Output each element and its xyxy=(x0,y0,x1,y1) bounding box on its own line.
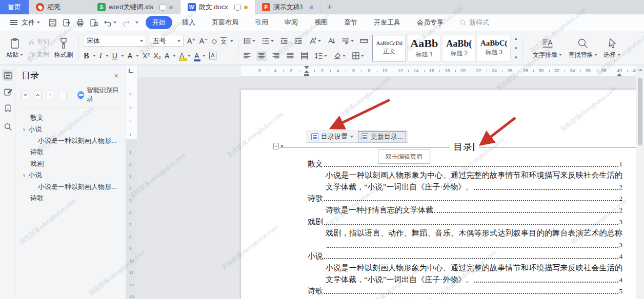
right-indent-marker[interactable] xyxy=(617,72,622,76)
toc-tree-item[interactable]: 诗歌 xyxy=(15,193,126,204)
font-size-combobox[interactable]: 五号 xyxy=(150,35,184,47)
underline-button[interactable]: U xyxy=(112,52,117,60)
tab-stop-selector[interactable] xyxy=(129,69,133,73)
styles-down-icon[interactable]: ▼ xyxy=(514,46,518,51)
print-preview-button[interactable] xyxy=(90,18,98,27)
toc-entry-row[interactable]: 小说是一种以刻画人物形象为中心、通过完整的故事情节和环境描写来反映社会生活的 xyxy=(308,169,622,181)
pinyin-dropdown-icon[interactable] xyxy=(230,40,233,42)
text-effects-button[interactable] xyxy=(308,36,322,46)
new-style-search[interactable]: 新样式 xyxy=(459,18,489,27)
home-tab[interactable]: 首页 xyxy=(0,0,29,14)
style-card-标题 1[interactable]: AaBb标题 1 xyxy=(407,35,441,61)
toc-entry-row[interactable]: 小说是一种以刻画人物形象为中心、通过完整的故事情节和环境描写来反映社会生活的 xyxy=(308,261,622,273)
select-button[interactable]: 选择 xyxy=(600,33,623,63)
toc-tree-item[interactable]: ∨小说 xyxy=(15,123,126,135)
font-color-button-dropdown-icon[interactable] xyxy=(203,55,206,57)
toc-next-button[interactable] xyxy=(22,91,29,99)
ribbon-tab-审阅[interactable]: 审阅 xyxy=(278,16,305,29)
toc-settings-button[interactable]: 目录设置 xyxy=(309,132,356,142)
save-button[interactable] xyxy=(48,18,57,27)
shading-button[interactable] xyxy=(332,51,347,61)
subscript-button[interactable]: X₂ xyxy=(153,52,161,60)
change-case-button[interactable]: A xyxy=(165,52,169,60)
styles-up-icon[interactable]: ▲ xyxy=(514,36,518,41)
ribbon-tab-开发工具[interactable]: 开发工具 xyxy=(367,16,407,29)
hanging-indent-marker[interactable] xyxy=(304,70,309,73)
decrease-indent-button[interactable] xyxy=(279,36,289,46)
cut-button[interactable]: 剪切 xyxy=(28,37,49,46)
copy-button[interactable]: 复制 xyxy=(28,50,49,59)
toc-entry-row[interactable]: 戏剧，指以语言、动作、舞蹈、音乐、木偶等形式达到叙事目的的舞台表演艺术的总称 xyxy=(308,227,622,239)
undo-dropdown-icon[interactable] xyxy=(113,22,116,24)
superscript-button[interactable]: X² xyxy=(143,52,150,60)
toc-pane-icon[interactable] xyxy=(2,70,13,81)
align-center-button[interactable] xyxy=(256,51,267,61)
toc-tree-item[interactable]: 小说是一种以刻画人物形... xyxy=(15,135,126,146)
highlight-button-dropdown-icon[interactable] xyxy=(188,55,191,57)
style-card-标题 2[interactable]: AaBb(标题 2 xyxy=(442,35,476,61)
toc-tree-item[interactable]: 小说是一种以刻画人物形... xyxy=(15,181,126,192)
toc-field-button[interactable] xyxy=(273,143,284,150)
ribbon-tab-会员专享[interactable]: 会员专享 xyxy=(410,16,450,29)
bookmark-pane-icon[interactable] xyxy=(2,102,13,114)
text-layout-button[interactable]: 文字排版 xyxy=(530,33,565,63)
vertical-scrollbar[interactable] xyxy=(636,66,644,299)
numbered-list-button[interactable] xyxy=(260,36,275,46)
file-menu-button[interactable]: 文件 xyxy=(5,16,43,29)
increase-indent-button[interactable] xyxy=(293,36,304,46)
line-spacing-button[interactable] xyxy=(314,51,328,61)
close-sidebar-icon[interactable]: × xyxy=(112,71,120,80)
toc-entry-row[interactable]: 3 xyxy=(308,238,622,250)
change-case-button-dropdown-icon[interactable] xyxy=(173,55,176,57)
search-pane-icon[interactable] xyxy=(2,121,13,132)
redo-button[interactable] xyxy=(122,18,130,27)
highlight-button[interactable]: A xyxy=(179,52,184,59)
toc-entry-row[interactable]: 诗歌2 xyxy=(308,192,622,204)
scrollbar-thumb[interactable] xyxy=(638,78,642,145)
italic-button-dropdown-icon[interactable] xyxy=(106,55,109,57)
bold-button-dropdown-icon[interactable] xyxy=(93,55,96,57)
toc-entry-row[interactable]: 文学体裁，“小说”一词出自《庄子·外物》。2 xyxy=(308,180,622,192)
undo-button[interactable] xyxy=(104,18,116,27)
ribbon-tab-开始[interactable]: 开始 xyxy=(146,16,172,29)
toc-entry-row[interactable]: 散文1 xyxy=(308,157,622,169)
toc-tree-item[interactable]: ∨小说 xyxy=(15,169,126,181)
document-tab-3[interactable]: W散文.docx xyxy=(180,0,255,14)
bold-button[interactable]: B xyxy=(84,51,89,60)
ribbon-tab-视图[interactable]: 视图 xyxy=(308,16,334,29)
review-pane-icon[interactable] xyxy=(2,86,13,97)
update-toc-button[interactable]: 更新目录... xyxy=(358,131,406,142)
wrap-button[interactable] xyxy=(340,36,355,46)
document-tab-2[interactable]: Sword关键词.xls xyxy=(90,0,180,14)
ribbon-tab-章节[interactable]: 章节 xyxy=(337,16,364,29)
tree-chevron-icon[interactable]: ∨ xyxy=(23,173,26,178)
customize-quickbar-icon[interactable] xyxy=(135,22,138,24)
font-name-combobox[interactable]: 宋体 xyxy=(84,35,146,47)
export-button[interactable] xyxy=(62,18,71,27)
shrink-font-button[interactable]: A⁻ xyxy=(199,37,208,45)
underline-button-dropdown-icon[interactable] xyxy=(121,55,124,57)
smart-toc-button[interactable]: 智能识别目录 xyxy=(77,86,120,103)
toc-tree-item[interactable]: 诗歌 xyxy=(15,146,126,158)
toc-entry-row[interactable]: 诗歌是一种抒情言志的文学体裁2 xyxy=(308,203,622,215)
bullet-list-button[interactable] xyxy=(242,36,256,46)
justify-button[interactable] xyxy=(285,51,295,61)
character-scale-button[interactable] xyxy=(326,36,336,46)
distribute-button[interactable] xyxy=(299,51,310,61)
paste-dropdown-icon[interactable] xyxy=(20,54,23,56)
clear-format-button[interactable]: ◇ xyxy=(211,37,217,45)
document-tab-4[interactable]: P演示文稿1 xyxy=(255,0,321,14)
indent-markers[interactable] xyxy=(303,66,310,76)
character-border-button[interactable]: A xyxy=(209,52,216,59)
find-replace-button[interactable]: 查找替换 xyxy=(565,33,600,63)
toc-prev-button[interactable] xyxy=(34,91,42,99)
toc-entry-row[interactable]: 诗歌是一种抒情言志的文学体裁 xyxy=(308,296,622,299)
pinyin-guide-button[interactable]: 文 xyxy=(220,37,227,45)
toc-entry-row[interactable]: 戏剧3 xyxy=(308,215,622,227)
grow-font-button[interactable]: A⁺ xyxy=(187,37,196,45)
ribbon-tab-引用[interactable]: 引用 xyxy=(248,16,275,29)
scroll-up-icon[interactable] xyxy=(638,69,642,71)
toc-entry-row[interactable]: 文学体裁，“小说”一词出自《庄子·外物》。4 xyxy=(308,273,622,285)
paste-button[interactable]: 粘贴 xyxy=(3,33,26,63)
print-button[interactable] xyxy=(76,18,85,27)
